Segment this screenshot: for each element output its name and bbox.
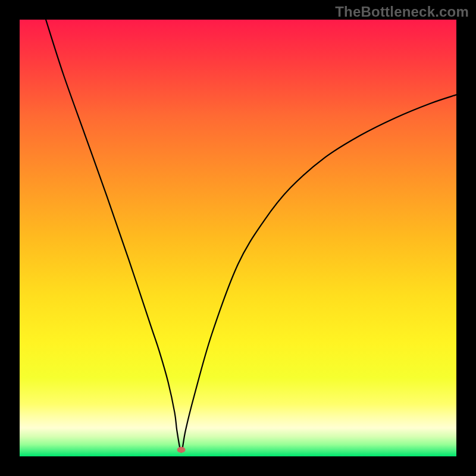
chart-plot-area: [20, 20, 456, 456]
chart-svg: [20, 20, 456, 456]
watermark-label: TheBottleneck.com: [335, 4, 469, 20]
gradient-background: [20, 20, 456, 456]
optimal-point-marker: [177, 447, 186, 453]
